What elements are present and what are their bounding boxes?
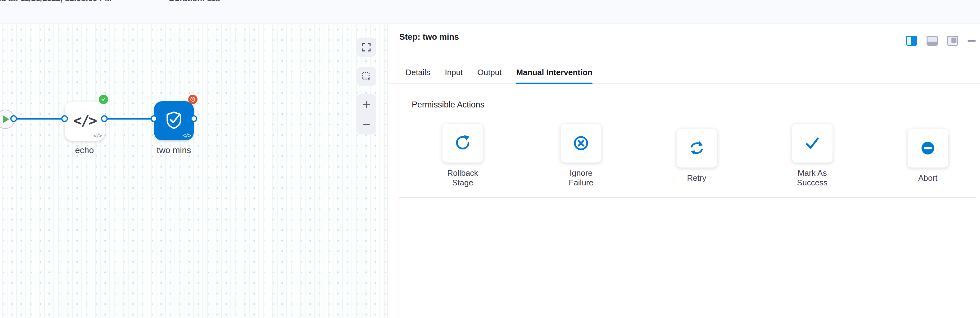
layout-split-right-button[interactable] [906, 36, 917, 46]
permissible-actions-row: Rollback Stage Ignore Failure [439, 124, 948, 188]
mini-code-icon: </> [93, 132, 102, 139]
connector-dot [151, 115, 158, 122]
action-label: Retry [687, 173, 706, 183]
pipeline-execution-view: Started at: 11/26/2022, 12:01:00 PM Dura… [0, 0, 980, 318]
action-label: Abort [918, 173, 937, 183]
action-mark-as-success: Mark As Success [789, 124, 835, 188]
retry-button[interactable] [676, 129, 717, 168]
action-label: Rollback Stage [439, 168, 486, 188]
tab-manual-intervention[interactable]: Manual Intervention [516, 62, 592, 84]
connector-dot [61, 115, 68, 122]
node-status-badge-waiting [188, 95, 197, 104]
rollback-stage-button[interactable] [442, 124, 483, 163]
clock-waiting-icon [190, 96, 196, 102]
tab-output[interactable]: Output [477, 62, 501, 84]
action-ignore-failure: Ignore Failure [558, 124, 604, 188]
step-tabs: Details Input Output Manual Intervention [388, 62, 980, 84]
step-panel: Step: two mins Details Input Output Manu… [388, 24, 980, 318]
duration-text: Duration: 11s [169, 0, 220, 3]
expand-icon [362, 43, 371, 52]
permissible-actions-title: Permissible Actions [412, 100, 484, 110]
zoom-controls: + − [356, 94, 376, 135]
connector-dot [101, 115, 108, 122]
connector-dot [10, 115, 17, 122]
mini-code-icon: </> [182, 132, 191, 138]
status-bar: Started at: 11/26/2022, 12:01:00 PM Dura… [0, 0, 980, 24]
zoom-in-button[interactable]: + [356, 94, 376, 114]
shield-check-icon [163, 110, 185, 131]
node-label: two mins [140, 145, 208, 155]
rollback-icon [454, 134, 472, 152]
panel-title: Step: two mins [399, 32, 459, 42]
node-label: echo [50, 145, 119, 155]
ignore-failure-icon [572, 134, 590, 152]
abort-button[interactable] [907, 129, 948, 168]
pipeline-canvas[interactable]: </> </> echo </> two mi [0, 24, 388, 318]
panel-layout-controls [906, 35, 976, 46]
tab-details[interactable]: Details [406, 62, 430, 84]
layout-bottom-view-button[interactable] [927, 36, 938, 46]
fullscreen-button[interactable] [356, 38, 376, 57]
action-label: Mark As Success [789, 168, 835, 188]
play-icon [3, 115, 9, 123]
marquee-select-button[interactable] [356, 67, 376, 86]
marquee-icon [361, 72, 371, 81]
abort-icon [919, 139, 937, 157]
zoom-out-button[interactable]: − [356, 114, 376, 135]
section-divider [399, 197, 976, 198]
action-rollback-stage: Rollback Stage [439, 124, 486, 188]
connector-line [14, 118, 65, 119]
connector-line [104, 118, 154, 119]
node-status-badge-success [99, 95, 108, 104]
node-card-echo[interactable]: </> </> [65, 101, 105, 141]
action-retry: Retry [676, 129, 717, 183]
action-abort: Abort [907, 129, 948, 183]
minimize-button[interactable] [967, 40, 976, 41]
ignore-failure-button[interactable] [560, 124, 601, 163]
action-label: Ignore Failure [558, 168, 604, 188]
retry-icon [688, 139, 706, 157]
layout-right-inset-button[interactable] [947, 36, 958, 46]
mark-success-check-icon [803, 134, 821, 152]
connector-dot [190, 115, 197, 122]
mark-as-success-button[interactable] [792, 124, 833, 163]
tab-input[interactable]: Input [445, 62, 463, 84]
node-card-two-mins[interactable]: </> [154, 101, 194, 140]
check-icon [100, 97, 106, 102]
started-at-text: Started at: 11/26/2022, 12:01:00 PM [0, 0, 111, 3]
code-icon: </> [73, 112, 96, 129]
